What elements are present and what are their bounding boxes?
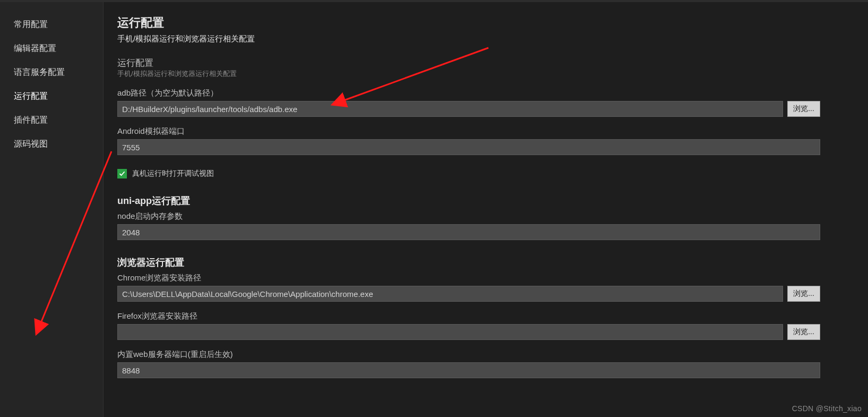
adb-path-browse-button[interactable]: 浏览... — [787, 101, 820, 117]
sidebar-item-language[interactable]: 语言服务配置 — [0, 61, 103, 84]
check-icon — [119, 171, 125, 177]
watermark: CSDN @Stitch_xiao — [792, 404, 862, 413]
uniapp-heading: uni-app运行配置 — [117, 194, 820, 207]
chrome-path-label: Chrome浏览器安装路径 — [117, 273, 820, 283]
firefox-path-input[interactable] — [117, 324, 783, 340]
web-port-label: 内置web服务器端口(重启后生效) — [117, 350, 820, 360]
page-title: 运行配置 — [117, 15, 820, 31]
adb-path-label: adb路径（为空为默认路径） — [117, 88, 820, 98]
main-area: 常用配置 编辑器配置 语言服务配置 运行配置 插件配置 源码视图 运行配置 手机… — [0, 2, 868, 417]
settings-content: 运行配置 手机/模拟器运行和浏览器运行相关配置 运行配置 手机/模拟器运行和浏览… — [104, 2, 868, 417]
page-subtitle: 手机/模拟器运行和浏览器运行相关配置 — [117, 34, 820, 44]
adb-path-input[interactable] — [117, 101, 783, 117]
section-run-sub: 手机/模拟器运行和浏览器运行相关配置 — [117, 69, 820, 79]
sidebar-item-source[interactable]: 源码视图 — [0, 132, 103, 156]
chrome-path-browse-button[interactable]: 浏览... — [787, 286, 820, 302]
sidebar-item-run[interactable]: 运行配置 — [0, 84, 103, 108]
android-port-input[interactable] — [117, 139, 820, 155]
firefox-path-browse-button[interactable]: 浏览... — [787, 324, 820, 340]
sidebar-item-plugin[interactable]: 插件配置 — [0, 108, 103, 132]
debug-view-checkbox[interactable] — [117, 169, 127, 178]
web-port-input[interactable] — [117, 362, 820, 378]
browser-heading: 浏览器运行配置 — [117, 256, 820, 269]
debug-view-label: 真机运行时打开调试视图 — [132, 169, 214, 178]
chrome-path-input[interactable] — [117, 286, 783, 302]
sidebar-item-editor[interactable]: 编辑器配置 — [0, 37, 103, 61]
android-port-label: Android模拟器端口 — [117, 126, 820, 137]
node-mem-label: node启动内存参数 — [117, 211, 820, 222]
firefox-path-label: Firefox浏览器安装路径 — [117, 311, 820, 321]
sidebar-item-common[interactable]: 常用配置 — [0, 13, 103, 37]
node-mem-input[interactable] — [117, 224, 820, 240]
section-run-heading: 运行配置 — [117, 57, 820, 69]
settings-sidebar: 常用配置 编辑器配置 语言服务配置 运行配置 插件配置 源码视图 — [0, 2, 104, 417]
